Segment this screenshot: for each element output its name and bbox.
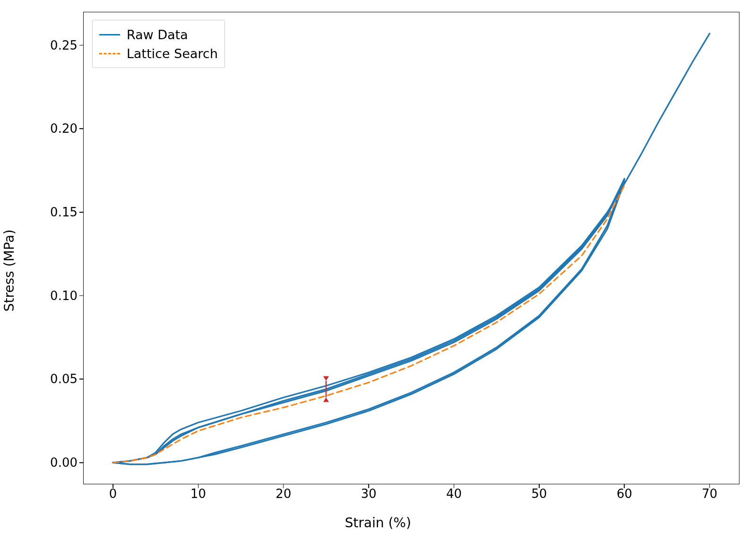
legend-entry-lattice-search: Lattice Search	[99, 44, 218, 63]
chart-lines	[83, 12, 739, 484]
legend-label: Raw Data	[127, 27, 188, 42]
series-line	[113, 34, 710, 463]
x-tick-label: 20	[275, 487, 291, 501]
y-axis-label: Stress (MPa)	[0, 0, 28, 541]
y-tick-mark	[79, 379, 83, 380]
y-tick-mark	[79, 129, 83, 129]
series-line	[113, 182, 624, 464]
x-tick-label: 0	[109, 487, 117, 501]
x-tick-label: 60	[617, 487, 632, 501]
x-tick-label: 50	[532, 487, 547, 501]
y-tick-mark	[79, 462, 83, 463]
x-tick-label: 70	[702, 487, 717, 501]
annotation-arrowhead	[323, 376, 329, 381]
x-tick-label: 30	[361, 487, 377, 501]
y-tick-label: 0.15	[30, 205, 77, 219]
y-tick-label: 0.05	[30, 372, 77, 386]
series-line	[113, 185, 624, 463]
legend-entry-raw-data: Raw Data	[99, 25, 218, 44]
x-tick-label: 40	[446, 487, 462, 501]
y-tick-label: 0.25	[30, 38, 77, 52]
y-tick-label: 0.10	[30, 289, 77, 303]
x-axis-label: Strain (%)	[0, 515, 756, 531]
annotation-arrowhead	[323, 397, 329, 402]
y-tick-mark	[79, 212, 83, 213]
y-tick-label: 0.20	[30, 121, 77, 136]
y-tick-label: 0.00	[30, 455, 77, 470]
legend: Raw Data Lattice Search	[92, 20, 225, 68]
legend-label: Lattice Search	[127, 46, 218, 61]
legend-swatch-solid	[99, 30, 120, 39]
series-line	[113, 180, 624, 463]
series-line	[113, 179, 624, 464]
chart-container: 010203040506070 0.000.050.100.150.200.25…	[0, 0, 756, 541]
x-tick-label: 10	[190, 487, 206, 501]
y-tick-mark	[79, 295, 83, 296]
legend-swatch-dashed	[99, 49, 120, 58]
y-tick-mark	[79, 45, 83, 46]
series-line	[113, 179, 624, 463]
